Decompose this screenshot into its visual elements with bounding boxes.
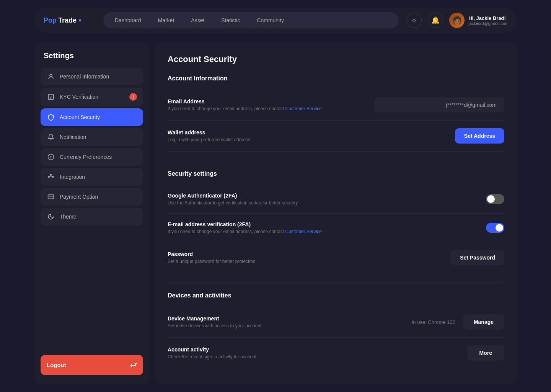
account-info-title: Account Information xyxy=(168,75,504,82)
wallet-label: Wallet address xyxy=(168,129,250,136)
navbar: PopTrade Dashboard Market Asset Statisti… xyxy=(34,8,517,33)
sidebar-item-notification[interactable]: Notification xyxy=(41,128,143,146)
sidebar-item-label-theme: Theme xyxy=(60,214,77,220)
email-label: Email Address xyxy=(168,98,322,105)
email-value: j********d@gmail.com xyxy=(374,97,504,113)
account-activity-info: Account activity Check the recent sign-i… xyxy=(168,346,256,359)
sidebar-item-personal-info[interactable]: Personal Information xyxy=(41,68,143,85)
manage-button[interactable]: Manage xyxy=(463,314,504,330)
sidebar-item-kyc[interactable]: KYC Verification 1 xyxy=(41,88,143,106)
svg-rect-11 xyxy=(48,195,54,199)
device-mgmt-right: In use: Chrome 120 Manage xyxy=(412,314,504,330)
nav-link-dashboard[interactable]: Dashboard xyxy=(107,15,149,26)
sidebar: Settings Personal Information KYC Verifi… xyxy=(34,42,149,384)
main-content: Account Security Account Information Ema… xyxy=(155,42,517,384)
email-desc: If you need to change your email address… xyxy=(168,106,322,111)
sidebar-item-currency[interactable]: Currency Preferences xyxy=(41,148,143,166)
user-greeting: Hi, Jackie Brad! xyxy=(468,15,507,21)
theme-icon xyxy=(47,213,55,220)
nav-icons: ○ 🔔 🧑🏾 Hi, Jackie Brad! jackie23@gmail.c… xyxy=(406,13,507,28)
password-label: Password xyxy=(168,251,255,257)
sidebar-item-label-payment: Payment Option xyxy=(60,194,98,200)
user-text: Hi, Jackie Brad! jackie23@gmail.com xyxy=(468,15,507,26)
svg-point-8 xyxy=(51,174,52,175)
user-email: jackie23@gmail.com xyxy=(468,21,507,26)
device-mgmt-info: Device Management Authorize devices with… xyxy=(168,315,261,328)
sidebar-item-label-kyc: KYC Verification xyxy=(60,94,98,100)
google-2fa-row: Google Authenticator (2FA) Use the Authe… xyxy=(168,185,504,214)
wallet-row: Wallet address Log in with your preferre… xyxy=(168,121,504,152)
device-in-use: In use: Chrome 120 xyxy=(412,319,455,325)
kyc-badge: 1 xyxy=(129,93,137,101)
password-desc: Set a unique password for better protect… xyxy=(168,259,255,264)
email-2fa-label: E-mail address verification (2FA) xyxy=(168,221,322,227)
email-2fa-toggle[interactable] xyxy=(486,223,504,233)
sidebar-item-integration[interactable]: Integration xyxy=(41,168,143,186)
email-2fa-desc: If you need to change your email address… xyxy=(168,229,322,234)
password-row: Password Set a unique password for bette… xyxy=(168,242,504,273)
set-address-button[interactable]: Set Address xyxy=(455,128,504,144)
set-password-button[interactable]: Set Password xyxy=(451,250,504,265)
email-info: Email Address If you need to change your… xyxy=(168,98,322,111)
shield-icon xyxy=(47,114,55,121)
sidebar-item-theme[interactable]: Theme xyxy=(41,208,143,225)
page-title: Account Security xyxy=(168,54,504,64)
device-mgmt-row: Device Management Authorize devices with… xyxy=(168,307,504,338)
logo-dot xyxy=(79,19,81,21)
main-layout: Settings Personal Information KYC Verifi… xyxy=(34,42,517,384)
svg-point-6 xyxy=(48,176,49,178)
toggle-thumb xyxy=(487,195,495,203)
sidebar-item-payment[interactable]: Payment Option xyxy=(41,188,143,206)
more-button[interactable]: More xyxy=(467,345,504,361)
sidebar-item-label-personal: Personal Information xyxy=(60,74,109,80)
currency-icon xyxy=(47,154,55,160)
account-activity-row: Account activity Check the recent sign-i… xyxy=(168,338,504,368)
google-2fa-toggle[interactable] xyxy=(486,194,504,204)
sidebar-item-label-currency: Currency Preferences xyxy=(60,154,112,160)
integration-icon xyxy=(47,173,55,180)
nav-link-market[interactable]: Market xyxy=(150,15,182,26)
device-mgmt-desc: Authorize devices with access to your ac… xyxy=(168,323,261,328)
payment-icon xyxy=(47,193,55,200)
logout-label: Logout xyxy=(47,362,66,368)
sidebar-items: Personal Information KYC Verification 1 … xyxy=(41,68,143,346)
nav-link-community[interactable]: Community xyxy=(249,15,292,26)
logo-trade: Trade xyxy=(58,16,77,24)
google-2fa-label: Google Authenticator (2FA) xyxy=(168,193,299,199)
google-2fa-desc: Use the Authenticator to get verificatio… xyxy=(168,200,299,206)
wallet-info: Wallet address Log in with your preferre… xyxy=(168,129,250,142)
email-2fa-customer-service-link[interactable]: Customer Service xyxy=(285,229,322,234)
password-info: Password Set a unique password for bette… xyxy=(168,251,255,264)
bell-icon[interactable]: 🔔 xyxy=(428,13,443,28)
sidebar-item-label-security: Account Security xyxy=(60,114,100,120)
sidebar-item-account-security[interactable]: Account Security xyxy=(41,108,143,126)
devices-title: Devices and activities xyxy=(168,292,504,299)
email-row: Email Address If you need to change your… xyxy=(168,90,504,121)
email-customer-service-link[interactable]: Customer Service xyxy=(285,106,322,111)
svg-point-0 xyxy=(50,74,52,77)
security-settings-title: Security settings xyxy=(168,170,504,177)
logo[interactable]: PopTrade xyxy=(44,16,90,24)
email-2fa-row: E-mail address verification (2FA) If you… xyxy=(168,214,504,242)
account-activity-desc: Check the recent sign-in activity for ac… xyxy=(168,354,256,359)
account-activity-label: Account activity xyxy=(168,346,256,353)
svg-point-7 xyxy=(52,176,54,178)
sidebar-item-label-integration: Integration xyxy=(60,174,85,180)
notification-icon xyxy=(47,134,55,140)
kyc-icon xyxy=(47,93,55,100)
wallet-desc: Log in with your preferred wallet addres… xyxy=(168,137,250,142)
email-2fa-info: E-mail address verification (2FA) If you… xyxy=(168,221,322,234)
sidebar-title: Settings xyxy=(41,51,143,60)
divider-2 xyxy=(168,283,504,283)
nav-links: Dashboard Market Asset Statistic Communi… xyxy=(103,12,399,28)
search-icon[interactable]: ○ xyxy=(406,13,422,28)
device-mgmt-label: Device Management xyxy=(168,315,261,322)
nav-link-asset[interactable]: Asset xyxy=(183,15,212,26)
user-profile[interactable]: 🧑🏾 Hi, Jackie Brad! jackie23@gmail.com xyxy=(449,13,507,28)
toggle-thumb-2 xyxy=(496,224,503,232)
logout-icon: ⮐ xyxy=(130,361,137,369)
divider-1 xyxy=(168,161,504,161)
logout-button[interactable]: Logout ⮐ xyxy=(41,355,143,375)
nav-link-statistic[interactable]: Statistic xyxy=(214,15,248,26)
google-2fa-info: Google Authenticator (2FA) Use the Authe… xyxy=(168,193,299,206)
